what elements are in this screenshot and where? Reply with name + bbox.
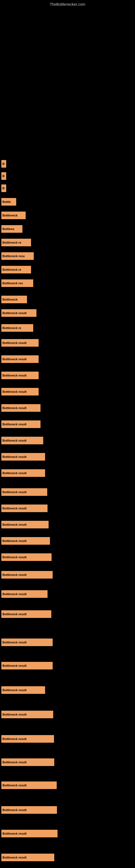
bar-label-19: Bottleneck result: [2, 439, 27, 442]
bar-label-33: Bottleneck result: [2, 713, 27, 716]
bar-row-4: Bottleneck: [1, 212, 26, 219]
bottleneck-bar-39: Bottleneck result: [1, 854, 54, 861]
bar-label-16: Bottleneck result: [2, 390, 27, 393]
bar-row-33: Bottleneck result: [1, 711, 53, 718]
bottleneck-bar-7: Bottleneck resu: [1, 252, 34, 260]
bar-label-38: Bottleneck result: [2, 832, 27, 835]
bottleneck-bar-35: Bottleneck result: [1, 758, 54, 766]
bar-row-29: Bottleneck result: [1, 610, 51, 618]
bar-label-15: Bottleneck result: [2, 374, 27, 377]
bar-row-19: Bottleneck result: [1, 437, 43, 444]
bottleneck-bar-8: Bottleneck re: [1, 266, 31, 273]
bar-row-37: Bottleneck result: [1, 806, 57, 814]
bottleneck-bar-13: Bottleneck result: [1, 339, 39, 347]
bar-label-8: Bottleneck re: [2, 268, 21, 271]
bar-label-30: Bottleneck result: [2, 641, 27, 644]
bar-label-22: Bottleneck result: [2, 490, 27, 494]
bar-label-9: Bottleneck res: [2, 282, 23, 285]
bottleneck-bar-0: B: [1, 160, 6, 167]
bar-label-36: Bottleneck result: [2, 784, 27, 787]
bar-row-16: Bottleneck result: [1, 388, 39, 396]
site-title: TheBottlenecker.com: [0, 0, 135, 8]
bar-row-34: Bottleneck result: [1, 735, 54, 743]
bar-label-1: B: [2, 175, 5, 178]
bar-row-8: Bottleneck re: [1, 266, 31, 273]
bottleneck-bar-1: B: [1, 172, 6, 180]
bar-label-17: Bottleneck result: [2, 406, 27, 410]
bottleneck-bar-12: Bottleneck re: [1, 324, 33, 332]
bar-row-25: Bottleneck result: [1, 537, 50, 545]
bar-row-5: Bottlene: [1, 225, 22, 233]
bottleneck-bar-29: Bottleneck result: [1, 610, 51, 618]
bar-row-7: Bottleneck resu: [1, 252, 34, 260]
bar-row-18: Bottleneck result: [1, 421, 41, 428]
bottleneck-bar-23: Bottleneck result: [1, 504, 48, 512]
bar-row-21: Bottleneck result: [1, 469, 45, 477]
bar-label-25: Bottleneck result: [2, 539, 27, 542]
bar-row-22: Bottleneck result: [1, 488, 47, 496]
bottleneck-bar-37: Bottleneck result: [1, 806, 57, 814]
bar-label-29: Bottleneck result: [2, 613, 27, 616]
bar-label-24: Bottleneck result: [2, 523, 27, 526]
bottleneck-bar-26: Bottleneck result: [1, 553, 52, 561]
bar-row-39: Bottleneck result: [1, 854, 54, 861]
bottleneck-bar-34: Bottleneck result: [1, 735, 54, 743]
bar-label-28: Bottleneck result: [2, 592, 27, 596]
bar-row-38: Bottleneck result: [1, 830, 57, 837]
bottleneck-bar-32: Bottleneck result: [1, 686, 45, 694]
bottleneck-bar-14: Bottleneck result: [1, 355, 39, 363]
bottleneck-bar-15: Bottleneck result: [1, 372, 39, 379]
bottleneck-bar-16: Bottleneck result: [1, 388, 39, 396]
bar-label-6: Bottleneck re: [2, 241, 21, 244]
bar-label-37: Bottleneck result: [2, 808, 27, 812]
bar-label-5: Bottlene: [2, 227, 14, 230]
bottleneck-bar-22: Bottleneck result: [1, 488, 47, 496]
bar-label-10: Bottleneck: [2, 298, 17, 301]
bar-label-11: Bottleneck result: [2, 311, 27, 315]
bottleneck-bar-24: Bottleneck result: [1, 521, 49, 528]
bar-row-30: Bottleneck result: [1, 639, 53, 646]
bottleneck-bar-28: Bottleneck result: [1, 590, 48, 598]
bottleneck-bar-6: Bottleneck re: [1, 239, 31, 246]
bar-row-32: Bottleneck result: [1, 686, 45, 694]
bar-row-15: Bottleneck result: [1, 372, 39, 379]
bar-label-3: Bottle: [2, 200, 11, 204]
bottleneck-bar-38: Bottleneck result: [1, 830, 57, 837]
bottleneck-bar-11: Bottleneck result: [1, 309, 37, 317]
bottleneck-bar-25: Bottleneck result: [1, 537, 50, 545]
bar-row-6: Bottleneck re: [1, 239, 31, 246]
bottleneck-bar-18: Bottleneck result: [1, 421, 41, 428]
bar-label-0: B: [2, 162, 5, 165]
bar-label-20: Bottleneck result: [2, 455, 27, 458]
bar-row-31: Bottleneck result: [1, 662, 53, 670]
bottleneck-bar-33: Bottleneck result: [1, 711, 53, 718]
bottleneck-bar-31: Bottleneck result: [1, 662, 53, 670]
bar-label-4: Bottleneck: [2, 214, 17, 217]
bar-row-28: Bottleneck result: [1, 590, 48, 598]
bar-label-18: Bottleneck result: [2, 423, 27, 426]
bar-row-35: Bottleneck result: [1, 758, 54, 766]
bar-row-1: B: [1, 172, 6, 180]
bar-label-39: Bottleneck result: [2, 856, 27, 859]
bar-label-27: Bottleneck result: [2, 573, 27, 577]
bar-label-21: Bottleneck result: [2, 471, 27, 475]
bar-row-13: Bottleneck result: [1, 339, 39, 347]
bar-row-9: Bottleneck res: [1, 279, 33, 287]
bottleneck-bar-30: Bottleneck result: [1, 639, 53, 646]
bar-row-10: Bottleneck: [1, 296, 27, 303]
bar-row-26: Bottleneck result: [1, 553, 52, 561]
bottleneck-bar-9: Bottleneck res: [1, 279, 33, 287]
bar-row-20: Bottleneck result: [1, 453, 45, 461]
bar-label-14: Bottleneck result: [2, 358, 27, 361]
bottleneck-bar-19: Bottleneck result: [1, 437, 43, 444]
bar-label-34: Bottleneck result: [2, 737, 27, 741]
bottleneck-bar-36: Bottleneck result: [1, 781, 57, 789]
bottleneck-bar-3: Bottle: [1, 198, 16, 206]
bar-label-32: Bottleneck result: [2, 688, 27, 692]
bar-label-7: Bottleneck resu: [2, 254, 25, 258]
bar-label-26: Bottleneck result: [2, 556, 27, 559]
bottleneck-bar-17: Bottleneck result: [1, 404, 41, 412]
bar-label-12: Bottleneck re: [2, 326, 21, 330]
bar-row-0: B: [1, 160, 6, 167]
bar-row-23: Bottleneck result: [1, 504, 48, 512]
